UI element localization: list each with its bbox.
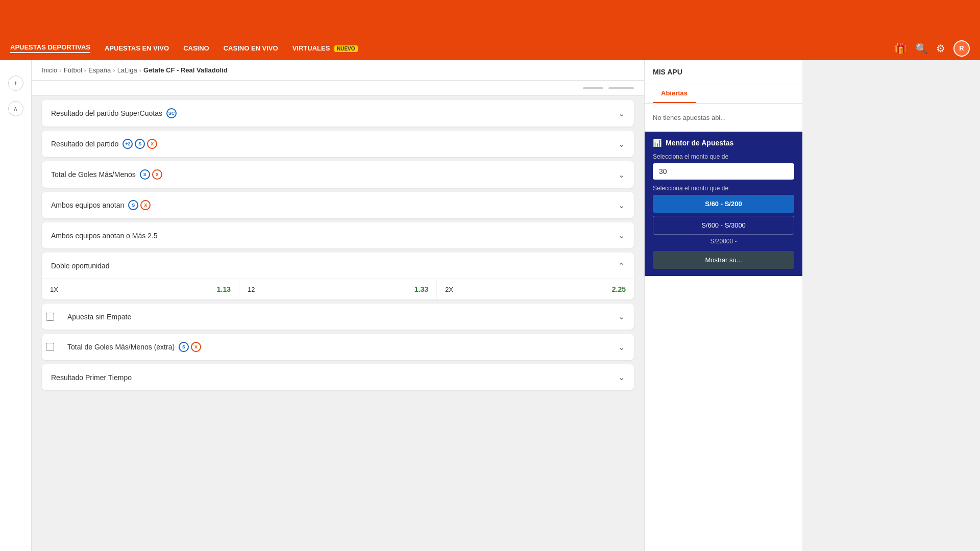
nav-links: APUESTAS DEPORTIVAS APUESTAS EN VIVO CAS… xyxy=(10,43,894,53)
odd-12-label: 12 xyxy=(248,286,255,293)
checkbox-extra[interactable] xyxy=(46,343,54,351)
nuevo-badge: NUEVO xyxy=(334,45,358,52)
main-layout: + ∧ Inicio › Fútbol › España › LaLiga › … xyxy=(0,60,980,551)
stats4-icon: S xyxy=(179,342,189,352)
right-sidebar: MIS APU Abiertas No tienes apuestas abi.… xyxy=(644,60,802,551)
market-apuesta-empate: Apuesta sin Empate ⌄ xyxy=(42,304,634,330)
market-ambos-anotan-header[interactable]: Ambos equipos anotan S X ⌄ xyxy=(42,192,634,218)
stats3-icon: S xyxy=(128,200,138,210)
checkbox-wrapper-empate xyxy=(42,304,58,330)
markets-container: Resultado del partido SuperCuotas SC ⌄ R… xyxy=(32,96,644,394)
x2-icon: X xyxy=(152,169,162,180)
mentor-label1: Selecciona el monto que de xyxy=(653,153,794,160)
market-ambos-anotan-title: Ambos equipos anotan xyxy=(51,201,124,209)
market-apuesta-empate-title: Apuesta sin Empate xyxy=(67,313,131,321)
breadcrumb-inicio[interactable]: Inicio xyxy=(42,66,57,74)
nav-apuestas-en-vivo[interactable]: APUESTAS EN VIVO xyxy=(105,44,169,52)
chevron-goles: ⌄ xyxy=(618,170,625,180)
market-resultado-header[interactable]: Resultado del partido +2 S X ⌄ xyxy=(42,131,634,157)
search-icon-button[interactable]: 🔍 xyxy=(915,42,928,55)
odd-2x-label: 2X xyxy=(445,286,453,293)
navbar: APUESTAS DEPORTIVAS APUESTAS EN VIVO CAS… xyxy=(0,36,980,60)
x3-icon: X xyxy=(140,200,151,210)
market-primer-tiempo-title: Resultado Primer Tiempo xyxy=(51,373,132,382)
chevron-primer: ⌄ xyxy=(618,372,625,382)
breadcrumb-match: Getafe CF - Real Valladolid xyxy=(143,66,228,74)
market-total-extra-header[interactable]: Total de Goles Más/Menos (extra) S X ⌄ xyxy=(58,334,634,360)
x4-icon: X xyxy=(191,342,201,352)
market-total-goles: Total de Goles Más/Menos S X ⌄ xyxy=(42,161,634,188)
market-primer-tiempo: Resultado Primer Tiempo ⌄ xyxy=(42,364,634,390)
market-apuesta-empate-header[interactable]: Apuesta sin Empate ⌄ xyxy=(58,304,634,330)
market-total-goles-header[interactable]: Total de Goles Más/Menos S X ⌄ xyxy=(42,161,634,188)
market-ambos-anotan: Ambos equipos anotan S X ⌄ xyxy=(42,192,634,218)
breadcrumb-laliga[interactable]: LaLiga xyxy=(117,66,137,74)
chevron-extra: ⌄ xyxy=(618,342,625,352)
collapse-sidebar-button[interactable]: ∧ xyxy=(8,101,23,116)
market-resultado: Resultado del partido +2 S X ⌄ xyxy=(42,131,634,157)
market-total-goles-title: Total de Goles Más/Menos xyxy=(51,170,136,179)
market-total-extra-title: Total de Goles Más/Menos (extra) xyxy=(67,343,175,351)
expand-sidebar-button[interactable]: + xyxy=(8,76,23,91)
market-total-extra: Total de Goles Más/Menos (extra) S X ⌄ xyxy=(42,334,634,360)
odd-2x[interactable]: 2X 2.25 xyxy=(437,279,634,299)
nav-apuestas-deportivas[interactable]: APUESTAS DEPORTIVAS xyxy=(10,43,90,53)
odd-12-value: 1.33 xyxy=(414,285,428,293)
content-area: Inicio › Fútbol › España › LaLiga › Geta… xyxy=(32,60,644,551)
mentor-section: 📊 Mentor de Apuestas Selecciona el monto… xyxy=(645,132,802,276)
no-apuestas-text: No tienes apuestas abi... xyxy=(645,104,802,132)
nav-icons: 🎁 🔍 ⚙ R xyxy=(894,40,970,57)
mostrar-sugerencias-button[interactable]: Mostrar su... xyxy=(653,251,794,269)
odd-2x-value: 2.25 xyxy=(612,285,626,293)
checkbox-wrapper-extra xyxy=(42,334,58,360)
market-supercuotas-header[interactable]: Resultado del partido SuperCuotas SC ⌄ xyxy=(42,100,634,127)
breadcrumb: Inicio › Fútbol › España › LaLiga › Geta… xyxy=(32,60,644,81)
checkbox-empate[interactable] xyxy=(46,313,54,321)
sc-icon: SC xyxy=(166,108,177,118)
top-banner xyxy=(0,0,980,36)
mentor-range: S/20000 - xyxy=(653,238,794,245)
market-resultado-title: Resultado del partido xyxy=(51,140,118,148)
odd-1x[interactable]: 1X 1.13 xyxy=(42,279,239,299)
market-ambos-mas25-header[interactable]: Ambos equipos anotan o Más 2.5 ⌄ xyxy=(42,222,634,248)
odd-12[interactable]: 12 1.33 xyxy=(239,279,436,299)
chevron-ambos25: ⌄ xyxy=(618,231,625,240)
market-ambos-mas25: Ambos equipos anotan o Más 2.5 ⌄ xyxy=(42,222,634,248)
odd-1x-label: 1X xyxy=(50,286,58,293)
mentor-btn-60-200[interactable]: S/60 - S/200 xyxy=(653,195,794,213)
mentor-btn-600-3000[interactable]: S/600 - S/3000 xyxy=(653,216,794,235)
chevron-resultado: ⌄ xyxy=(618,139,625,149)
stats2-icon: S xyxy=(140,169,150,180)
chevron-doble: ⌄ xyxy=(618,261,625,270)
stats-icon: S xyxy=(135,139,145,149)
x-icon: X xyxy=(147,139,157,149)
abiertas-tab[interactable]: Abiertas xyxy=(653,84,696,103)
scroll-indicator xyxy=(32,81,644,96)
scroll-track xyxy=(608,87,634,89)
user-avatar[interactable]: R xyxy=(953,40,970,57)
mentor-label2: Selecciona el monto que de xyxy=(653,185,794,192)
market-supercuotas: Resultado del partido SuperCuotas SC ⌄ xyxy=(42,100,634,127)
odd-1x-value: 1.13 xyxy=(217,285,231,293)
mentor-amount-input[interactable] xyxy=(653,163,794,180)
nav-virtuales[interactable]: VIRTUALES NUEVO xyxy=(292,44,358,52)
market-doble-oportunidad-header[interactable]: Doble oportunidad ⌄ xyxy=(42,253,634,279)
market-ambos-mas25-title: Ambos equipos anotan o Más 2.5 xyxy=(51,232,158,240)
mis-apuestas-header: MIS APU xyxy=(645,60,802,84)
gift-icon-button[interactable]: 🎁 xyxy=(894,42,907,55)
market-primer-tiempo-header[interactable]: Resultado Primer Tiempo ⌄ xyxy=(42,364,634,390)
market-doble-oportunidad-title: Doble oportunidad xyxy=(51,262,109,270)
chevron-empate: ⌄ xyxy=(618,312,625,321)
settings-icon-button[interactable]: ⚙ xyxy=(936,42,945,55)
chevron-ambos: ⌄ xyxy=(618,201,625,210)
left-sidebar: + ∧ xyxy=(0,60,32,551)
market-doble-oportunidad: Doble oportunidad ⌄ 1X 1.13 12 1.33 2X xyxy=(42,253,634,299)
chevron-supercuotas: ⌄ xyxy=(618,109,625,118)
nav-casino[interactable]: CASINO xyxy=(183,44,209,52)
mentor-title: 📊 Mentor de Apuestas xyxy=(653,139,794,147)
odds-container-doble: 1X 1.13 12 1.33 2X 2.25 xyxy=(42,279,634,299)
breadcrumb-espana[interactable]: España xyxy=(88,66,111,74)
breadcrumb-futbol[interactable]: Fútbol xyxy=(64,66,82,74)
nav-casino-en-vivo[interactable]: CASINO EN VIVO xyxy=(224,44,278,52)
scroll-thumb xyxy=(583,87,603,89)
